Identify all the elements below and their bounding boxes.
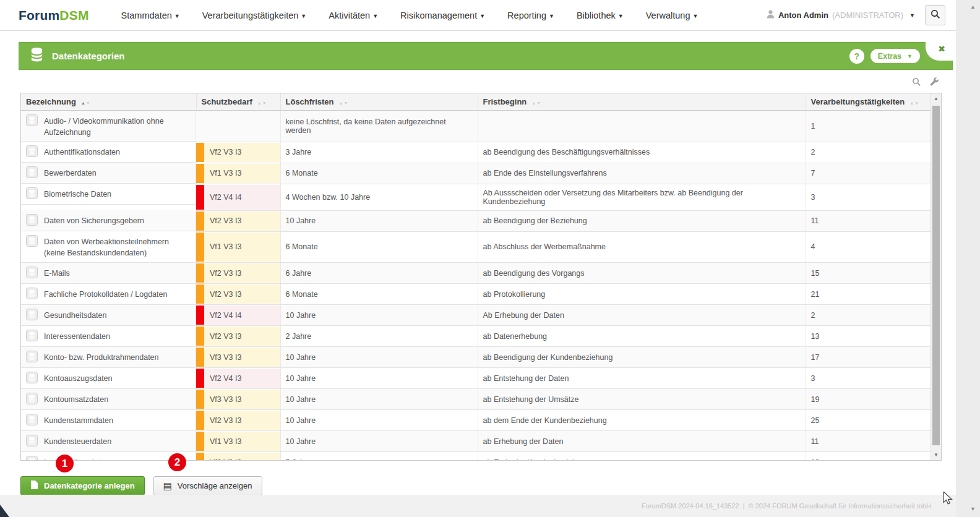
table-row[interactable]: Authentifikationsdaten Vf2 V3 I3 3 Jahre…: [21, 142, 931, 163]
row-fristbeginn: Ab Aussscheiden oder Versetzung des Mita…: [478, 184, 806, 210]
app-logo[interactable]: ForumDSM: [19, 8, 89, 23]
schutzbedarf-value: Vf2 V3 I3: [204, 212, 280, 231]
menu-item-verwaltung[interactable]: Verwaltung▼: [646, 11, 698, 20]
schutzbedarf-indicator: Vf1 V3 I3: [196, 164, 280, 183]
row-verarbeitungstaetigkeiten-count: 1: [806, 111, 931, 142]
page-scroll-down-icon[interactable]: ▼: [970, 506, 976, 512]
table-row[interactable]: Kundenstammdaten Vf2 V3 I3 10 Jahre ab d…: [21, 410, 931, 431]
table-settings-wrench-icon[interactable]: [930, 77, 939, 89]
column-header-3[interactable]: Fristbeginn▲▼: [478, 93, 806, 111]
extras-button[interactable]: Extras▼: [870, 49, 920, 63]
scroll-down-icon[interactable]: ▼: [931, 452, 941, 458]
page-scrollbar[interactable]: ▲ ▼: [956, 0, 980, 517]
footer: ForumDSM 2024-04.16_143522 | © 2024 FORU…: [0, 495, 956, 517]
row-fristbeginn: ab Protokollierung: [478, 284, 806, 305]
menu-item-stammdaten[interactable]: Stammdaten▼: [121, 11, 180, 20]
create-datacategory-button[interactable]: Datenkategorie anlegen: [20, 476, 145, 495]
table-row[interactable]: Kontoumsatzdaten Vf3 V3 I3 10 Jahre ab E…: [21, 389, 931, 410]
annotation-badge-1: 1: [56, 455, 74, 472]
row-fristbeginn: ab Erhebung der Daten: [478, 431, 806, 452]
table-row[interactable]: Fachliche Protokolldaten / Logdaten Vf2 …: [21, 284, 931, 305]
page-scroll-up-icon[interactable]: ▲: [970, 4, 976, 10]
row-fristbeginn: ab Ende der Kundenbeziehung: [478, 452, 806, 461]
datacategory-icon: [26, 267, 38, 280]
row-fristbeginn: ab Entstehung der Daten: [478, 368, 806, 389]
datacategory-icon: [26, 456, 38, 461]
row-bezeichnung: Konto- bzw. Produktrahmendaten: [44, 350, 159, 363]
column-header-0[interactable]: Bezeichnung▲▼: [21, 93, 196, 111]
table-row[interactable]: Audio- / Videokommunikation ohne Aufzeic…: [21, 111, 931, 142]
row-verarbeitungstaetigkeiten-count: 2: [806, 142, 931, 163]
row-fristbeginn: ab Abschluss der Werbemaßnahme: [478, 231, 806, 262]
chevron-down-icon: ▼: [909, 12, 915, 19]
chevron-down-icon: ▼: [907, 53, 913, 59]
page-title: Datenkategorien: [52, 51, 125, 61]
datacategory-icon: [26, 166, 38, 180]
row-fristbeginn: ab Ende des Einstellungsverfahrens: [478, 163, 806, 184]
menu-item-verarbeitungstaetigkeiten[interactable]: Verarbeitungstätigkeiten▼: [202, 11, 307, 20]
table-row[interactable]: Gesundheitsdaten Vf2 V4 I4 10 Jahre Ab E…: [21, 305, 931, 326]
table-row[interactable]: Interessentendaten Vf2 V3 I3 2 Jahre ab …: [21, 326, 931, 347]
schutzbedarf-indicator: Vf1 V3 I3: [196, 432, 280, 451]
row-loeschfrist: 10 Jahre: [280, 410, 478, 431]
help-button[interactable]: ?: [849, 49, 864, 64]
row-bezeichnung: Daten von Sicherungsgebern: [44, 213, 144, 226]
table-row[interactable]: E-Mails Vf2 V3 I3 6 Jahre ab Beendigung …: [21, 263, 931, 284]
scroll-up-icon[interactable]: ▲: [931, 96, 941, 101]
table-row[interactable]: Kundensteuerdaten Vf1 V3 I3 10 Jahre ab …: [21, 431, 931, 452]
table-row[interactable]: Biometrische Daten Vf2 V4 I4 4 Wochen bz…: [21, 184, 931, 210]
row-verarbeitungstaetigkeiten-count: 7: [806, 163, 931, 184]
column-header-1[interactable]: Schutzbedarf▲▼: [196, 93, 280, 111]
table-row[interactable]: Bewerberdaten Vf1 V3 I3 6 Monate ab Ende…: [21, 163, 931, 184]
sort-arrows-icon: ▲▼: [257, 97, 267, 106]
severity-bar: [196, 327, 204, 346]
column-header-2[interactable]: Löschfristen▲▼: [280, 93, 478, 111]
menu-item-reporting[interactable]: Reporting▼: [507, 11, 554, 20]
table-row[interactable]: Daten von Werbeaktionsteilnehmern (keine…: [21, 231, 931, 262]
corner-decoration: [0, 505, 9, 517]
row-fristbeginn: ab Beendigung der Beziehung: [478, 210, 806, 231]
schutzbedarf-value: Vf2 V4 I4: [204, 306, 280, 325]
row-verarbeitungstaetigkeiten-count: 17: [806, 347, 931, 368]
action-bar: Datenkategorie anlegen ▤ Vorschläge anze…: [20, 476, 980, 495]
question-mark-icon: ?: [854, 51, 860, 61]
table-search-icon[interactable]: [912, 77, 921, 89]
menu-item-bibliothek[interactable]: Bibliothek▼: [577, 11, 624, 20]
datacategory-icon: [26, 288, 38, 301]
schutzbedarf-indicator: Vf3 V3 I3: [196, 390, 280, 409]
row-loeschfrist: 6 Monate: [280, 284, 478, 305]
user-menu[interactable]: Anton Admin (ADMINISTRATOR) ▼: [767, 10, 915, 21]
schutzbedarf-value: Vf1 V3 I3: [204, 164, 280, 183]
document-icon: [30, 480, 38, 492]
close-panel-button[interactable]: ✖: [926, 42, 953, 61]
table-row[interactable]: Daten von Sicherungsgebern Vf2 V3 I3 10 …: [21, 210, 931, 231]
schutzbedarf-indicator: Vf2 V3 I3: [196, 143, 280, 162]
row-bezeichnung: Biometrische Daten: [44, 187, 111, 200]
schutzbedarf-indicator: Vf3 V3 I3: [196, 348, 280, 367]
row-loeschfrist: 6 Monate: [280, 163, 478, 184]
schutzbedarf-value: Vf2 V3 I3: [204, 327, 280, 346]
menu-item-risikomanagement[interactable]: Risikomanagement▼: [400, 11, 485, 20]
schutzbedarf-value: Vf1 V3 I3: [204, 233, 280, 262]
table-row[interactable]: Kontoauszugsdaten Vf2 V4 I3 10 Jahre ab …: [21, 368, 931, 389]
row-verarbeitungstaetigkeiten-count: 25: [806, 410, 931, 431]
row-bezeichnung: Kundenstammdaten: [44, 413, 113, 426]
schutzbedarf-indicator: Vf2 V3 I3: [196, 263, 280, 283]
schutzbedarf-indicator: Vf1 V3 I3: [196, 233, 280, 262]
copyright-text: © 2024 FORUM Gesellschaft für Informatio…: [749, 502, 931, 510]
column-header-4[interactable]: Verarbeitungstätigkeiten▲▼: [806, 93, 931, 111]
row-verarbeitungstaetigkeiten-count: 3: [806, 184, 931, 210]
logo-part-forum: Forum: [19, 8, 59, 22]
menu-item-aktivitaeten[interactable]: Aktivitäten▼: [329, 11, 378, 20]
severity-bar: [196, 306, 204, 325]
global-search-button[interactable]: [925, 5, 945, 25]
datacategory-icon: [26, 435, 38, 448]
show-suggestions-button[interactable]: ▤ Vorschläge anzeigen: [153, 476, 262, 495]
datacategory-icon: [26, 309, 38, 322]
table-row[interactable]: Konto- bzw. Produktrahmendaten Vf3 V3 I3…: [21, 347, 931, 368]
severity-bar: [196, 348, 204, 367]
table-row[interactable]: Legitimationsdaten Vf2 V3 I3 5 Jahre ab …: [21, 452, 931, 461]
row-loeschfrist: 10 Jahre: [280, 305, 478, 326]
table-scrollbar[interactable]: ▲ ▼: [931, 93, 941, 460]
table-scrollbar-thumb[interactable]: [932, 106, 940, 445]
